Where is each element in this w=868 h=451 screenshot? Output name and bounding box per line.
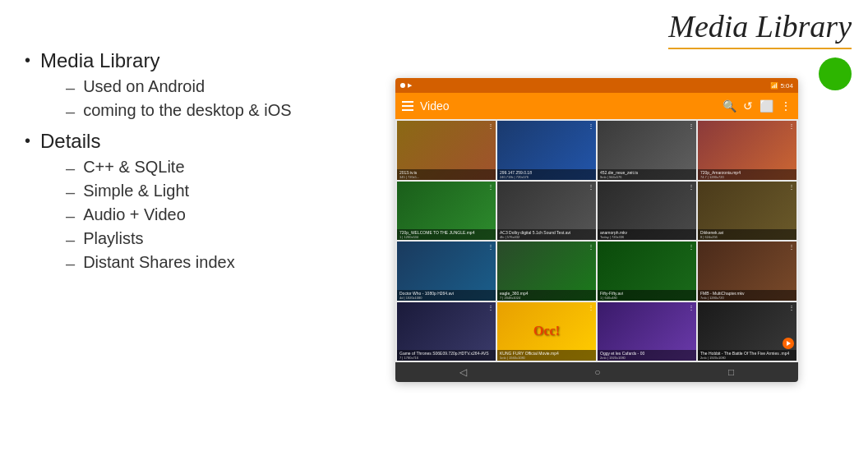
thumb-4[interactable]: 720p_Amarzonia.mp474.7 | 1280x720 ⋮ [698,121,796,180]
thumb-meta-3: 9mb | 944x576 [600,175,694,179]
thumb-meta-4: 74.7 | 1280x720 [700,175,794,179]
status-signal-dot [400,83,405,88]
thumb-meta-9: 4d | 1920x1080 [399,296,493,300]
thumb-meta-15: 2mb | 1920x1080 [600,356,694,360]
thumb-1[interactable]: 2013.tv.ts345 | 720x5... ⋮ [397,121,496,180]
nav-recents-icon[interactable]: □ [728,366,734,378]
sub-item-1-2: – coming to the desktop & iOS [66,101,419,122]
kung-fury-logo: Occ! [533,324,560,338]
more-icon-5[interactable]: ⋮ [487,183,494,191]
more-icon-8[interactable]: ⋮ [788,183,795,191]
video-grid: 2013.tv.ts345 | 720x5... ⋮ 299.147.259.0… [395,119,798,362]
sub-items-2: – C++ & SQLite – Simple & Light – Audio … [66,158,419,274]
thumb-meta-1: 345 | 720x5... [399,175,493,179]
thumb-meta-14: 5mb | 1940x1080 [500,356,593,360]
sub-text-2-1: C++ & SQLite [83,158,184,177]
thumb-meta-16: 2mb | 1920x1080 [700,356,794,360]
thumb-3[interactable]: 452.die_neue_zeit.ts9mb | 944x576 ⋮ [598,121,696,180]
thumb-16[interactable]: The Hobbit - The Battle Of The Five Armi… [698,302,796,361]
dash-2-1: – [66,159,75,178]
title-underline [668,48,852,49]
search-icon[interactable]: 🔍 [723,99,736,113]
sub-item-2-3: – Audio + Video [66,205,419,226]
app-bar: Video 🔍 ↺ ⬜ ⋮ [395,93,798,119]
thumb-11[interactable]: Fifty-Fifty.avi1 | 640x480 ⋮ [598,242,696,301]
thumb-meta-7: Today | 720x336 [600,235,694,239]
more-icon-6[interactable]: ⋮ [588,183,594,191]
more-icon[interactable]: ⋮ [780,99,792,113]
thumb-6[interactable]: AC3 Dolby digital 5.1ch Sound Test.avi4f… [497,182,596,241]
page-title: Media Library [668,8,852,44]
more-icon-13[interactable]: ⋮ [487,304,494,311]
dash-2-2: – [66,183,75,202]
hamburger-menu[interactable] [402,101,413,111]
dash-2-3: – [66,207,75,226]
thumb-meta-11: 1 | 640x480 [600,296,694,300]
wifi-icon: 📶 [770,82,778,90]
nav-home-icon[interactable]: ○ [594,366,600,378]
sub-item-2-1: – C++ & SQLite [66,158,419,178]
dash-1-1: – [66,79,75,98]
thumb-7[interactable]: anamorph.mkvToday | 720x336 ⋮ [598,182,696,241]
app-bar-title: Video [420,99,716,113]
android-screen: ▶ 📶 5:04 Video 🔍 ↺ ⬜ ⋮ 2013.tv.ts345 | [395,78,798,382]
bullet-dot-2: • [25,131,30,150]
thumb-meta-8: 8 | 624x256 [700,235,794,239]
sub-item-2-4: – Playlists [66,229,419,250]
refresh-icon[interactable]: ↺ [743,99,753,113]
more-icon-4[interactable]: ⋮ [788,122,795,130]
more-icon-12[interactable]: ⋮ [788,243,795,251]
left-content: • Media Library – Used on Android – comi… [25,49,419,282]
play-button-16[interactable] [783,338,794,349]
more-icon-10[interactable]: ⋮ [588,243,594,251]
sub-item-2-5: – Distant Shares index [66,253,419,274]
thumb-9[interactable]: Doctor Who - 1080p H264.avi4d | 1920x108… [397,242,496,301]
sub-text-2-4: Playlists [83,229,143,248]
bullet-text-2: Details [40,130,100,153]
status-bar: ▶ 📶 5:04 [395,78,798,93]
thumb-5[interactable]: 720p_WELCOME TO THE JUNGLE.mp41 | 1260x5… [397,182,496,241]
thumb-meta-12: 7mb | 1280x720 [700,296,794,300]
thumb-meta-6: 4fo | 576x432 [500,235,593,239]
more-icon-11[interactable]: ⋮ [688,243,695,251]
bullet-dot-1: • [25,51,30,70]
status-app-icon: ▶ [408,82,412,89]
more-icon-16[interactable]: ⋮ [788,304,795,311]
thumb-8[interactable]: Dikkenek.avi8 | 624x256 ⋮ [698,182,796,241]
thumb-14[interactable]: Occ! KUNG FURY Official Movie.mp45mb | 1… [497,302,596,361]
sub-text-2-5: Distant Shares index [83,253,235,272]
more-icon-2[interactable]: ⋮ [588,122,594,130]
thumb-meta-10: 7 | 2048x1024 [500,296,593,300]
thumb-meta-2: 240,719k | 720x576 [500,175,593,179]
status-right: 📶 5:04 [770,82,793,90]
dash-2-5: – [66,255,75,274]
sub-items-1: – Used on Android – coming to the deskto… [66,77,419,122]
thumb-12[interactable]: FMB - MultiChapter.mkv7mb | 1280x720 ⋮ [698,242,796,301]
dash-1-2: – [66,103,75,122]
more-icon-9[interactable]: ⋮ [487,243,494,251]
thumb-2[interactable]: 299.147.259.0.18240,719k | 720x576 ⋮ [497,121,596,180]
sub-text-1-2: coming to the desktop & iOS [83,101,291,120]
android-screen-wrapper: ▶ 📶 5:04 Video 🔍 ↺ ⬜ ⋮ 2013.tv.ts345 | [395,78,798,390]
thumb-10[interactable]: eagle_360.mp47 | 2048x1024 ⋮ [497,242,596,301]
more-icon-7[interactable]: ⋮ [688,183,695,191]
status-time: 5:04 [780,82,793,90]
sub-text-1-1: Used on Android [83,77,205,96]
nav-bar: ◁ ○ □ [395,362,798,382]
more-icon-14[interactable]: ⋮ [588,304,594,311]
more-icon-1[interactable]: ⋮ [487,122,494,130]
thumb-15[interactable]: Oggy et les Cafards - 002mb | 1920x1080 … [598,302,696,361]
dash-2-4: – [66,231,75,250]
more-icon-15[interactable]: ⋮ [688,304,695,311]
bullet-item-2: • Details [25,130,419,153]
thumb-13[interactable]: Game of Thrones S06E09.720p.HDTV.x264-AV… [397,302,496,361]
cast-icon[interactable]: ⬜ [760,99,773,113]
thumb-meta-13: 7 | 1780x716 [399,356,493,360]
bullet-item-1: • Media Library [25,49,419,72]
title-area: Media Library [668,8,852,49]
bullet-text-1: Media Library [40,49,159,72]
nav-back-icon[interactable]: ◁ [459,366,467,378]
status-left: ▶ [400,82,412,89]
more-icon-3[interactable]: ⋮ [688,122,695,130]
sub-text-2-3: Audio + Video [83,205,186,224]
